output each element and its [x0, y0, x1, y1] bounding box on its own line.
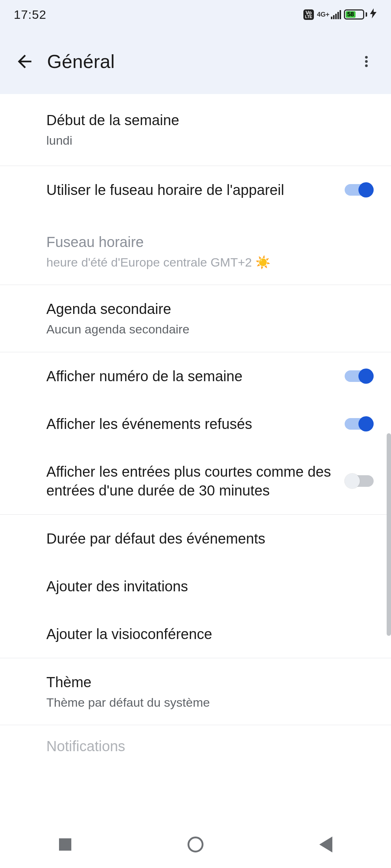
triangle-left-icon [319, 837, 332, 852]
setting-device-timezone[interactable]: Utiliser le fuseau horaire de l'appareil [0, 166, 391, 214]
square-icon [59, 838, 71, 851]
status-time: 17:52 [14, 8, 46, 22]
more-vert-icon [359, 53, 374, 70]
scroll-indicator[interactable] [387, 433, 391, 636]
setting-value: heure d'été d'Europe centrale GMT+2 ☀️ [46, 254, 374, 270]
settings-list: Début de la semaine lundi Utiliser le fu… [0, 94, 391, 754]
circle-icon [188, 837, 203, 852]
setting-title: Ajouter la visioconférence [46, 625, 374, 643]
setting-add-invitations[interactable]: Ajouter des invitations [0, 562, 391, 610]
setting-title: Début de la semaine [46, 111, 374, 129]
svg-point-0 [365, 56, 367, 59]
toggle-device-timezone[interactable] [345, 181, 374, 199]
back-button[interactable] [9, 46, 41, 77]
setting-value: Aucun agenda secondaire [46, 321, 374, 337]
setting-title: Fuseau horaire [46, 233, 374, 251]
setting-show-declined[interactable]: Afficher les événements refusés [0, 400, 391, 448]
volte-icon: VoLTE [303, 9, 314, 20]
toggle-show-week-number[interactable] [345, 367, 374, 385]
signal-icon [331, 10, 341, 19]
network-type-label: 4G+ [317, 11, 329, 18]
status-right: VoLTE 4G+ 58 [303, 8, 377, 21]
charging-icon [370, 8, 377, 21]
nav-back-button[interactable] [293, 830, 358, 859]
setting-theme[interactable]: Thème Thème par défaut du système [0, 658, 391, 725]
setting-title: Afficher les entrées plus courtes comme … [46, 462, 336, 500]
nav-home-button[interactable] [163, 830, 228, 859]
setting-timezone: Fuseau horaire heure d'été d'Europe cent… [0, 214, 391, 285]
setting-title: Agenda secondaire [46, 299, 374, 318]
setting-notifications-cutoff: Notifications [0, 725, 391, 754]
system-nav-bar [0, 821, 391, 868]
setting-title: Thème [46, 673, 374, 692]
svg-point-1 [365, 60, 367, 63]
nav-recents-button[interactable] [33, 830, 98, 859]
overflow-menu-button[interactable] [350, 46, 382, 77]
battery-indicator: 58 [344, 9, 367, 20]
setting-title: Ajouter des invitations [46, 577, 374, 596]
arrow-left-icon [14, 51, 35, 72]
status-bar: 17:52 VoLTE 4G+ 58 [0, 0, 391, 29]
setting-title: Utiliser le fuseau horaire de l'appareil [46, 180, 336, 199]
setting-value: lundi [46, 132, 374, 148]
setting-show-week-number[interactable]: Afficher numéro de la semaine [0, 352, 391, 400]
setting-week-start[interactable]: Début de la semaine lundi [0, 94, 391, 166]
setting-title: Durée par défaut des événements [46, 529, 374, 548]
battery-percent: 58 [346, 11, 356, 18]
setting-add-video[interactable]: Ajouter la visioconférence [0, 610, 391, 658]
svg-point-2 [365, 64, 367, 67]
toggle-short-as-30[interactable] [345, 472, 374, 490]
page-title: Général [47, 51, 115, 72]
setting-value: Thème par défaut du système [46, 694, 374, 710]
toggle-show-declined[interactable] [345, 415, 374, 433]
setting-default-duration[interactable]: Durée par défaut des événements [0, 515, 391, 562]
setting-short-as-30[interactable]: Afficher les entrées plus courtes comme … [0, 448, 391, 514]
app-header: Général [0, 29, 391, 94]
setting-secondary-calendar[interactable]: Agenda secondaire Aucun agenda secondair… [0, 285, 391, 352]
setting-title: Notifications [46, 738, 374, 754]
setting-title: Afficher les événements refusés [46, 414, 336, 433]
setting-title: Afficher numéro de la semaine [46, 367, 336, 386]
